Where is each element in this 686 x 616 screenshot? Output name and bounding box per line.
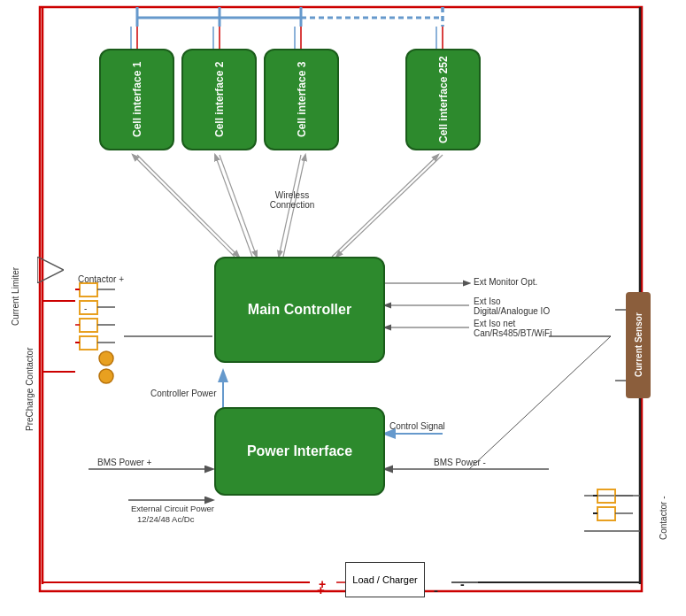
svg-text:-: - [84,304,87,313]
contactor-minus-symbol [593,485,646,538]
bms-diagram: Controller Power Control Signal BMS Powe… [0,0,686,616]
current-limiter-label: Current Limiter [11,261,20,332]
minus-symbol: - [434,582,438,597]
svg-line-18 [336,155,443,257]
svg-line-16 [220,155,257,257]
svg-line-50 [469,336,611,469]
svg-text:Control Signal: Control Signal [389,421,445,431]
ext-iso-digital-label: Ext IsoDigital/Analogue IO [474,296,550,316]
svg-rect-57 [80,336,97,350]
ext-monitor-label: Ext Monitor Opt. [474,277,537,287]
load-charger-box: Load / Charger [345,562,425,597]
power-interface-box: Power Interface [214,407,385,496]
contactor-plus-symbol: - [75,274,128,389]
svg-marker-75 [37,257,64,283]
main-controller-box: Main Controller [214,257,385,363]
wireless-connection-label: Wireless Connection [257,190,328,210]
svg-line-22 [332,155,438,257]
svg-rect-54 [80,283,97,296]
svg-text:BMS Power -: BMS Power - [434,458,486,467]
svg-point-67 [99,351,113,366]
svg-text:12/24/48 Ac/Dc: 12/24/48 Ac/Dc [137,514,195,524]
svg-line-20 [215,155,252,257]
svg-rect-55 [80,301,97,314]
cell-interface-252: Cell interface 252 [405,49,481,150]
svg-text:BMS Power +: BMS Power + [97,458,152,467]
svg-line-15 [137,155,239,257]
svg-text:Controller Power: Controller Power [150,389,217,398]
cell-interface-2: Cell interface 2 [181,49,257,150]
cell-interface-1: Cell interface 1 [99,49,174,150]
svg-line-19 [133,155,235,257]
svg-rect-69 [597,489,615,503]
plus-symbol: + [317,582,325,597]
svg-rect-56 [80,319,97,332]
svg-rect-70 [597,507,615,520]
svg-point-68 [99,369,113,383]
cell-interface-3: Cell interface 3 [264,49,339,150]
contactor-minus-label: Contactor - [659,491,668,544]
ext-iso-net-label: Ext Iso netCan/Rs485/BT/WiFi [474,319,551,338]
current-sensor-box: Current Sensor [626,292,651,398]
precharge-contactor-label: PreCharge Contactor [25,345,35,434]
svg-text:External Circuit Power: External Circuit Power [131,504,214,513]
svg-text:-: - [460,577,465,591]
current-limiter-symbol [37,257,64,283]
